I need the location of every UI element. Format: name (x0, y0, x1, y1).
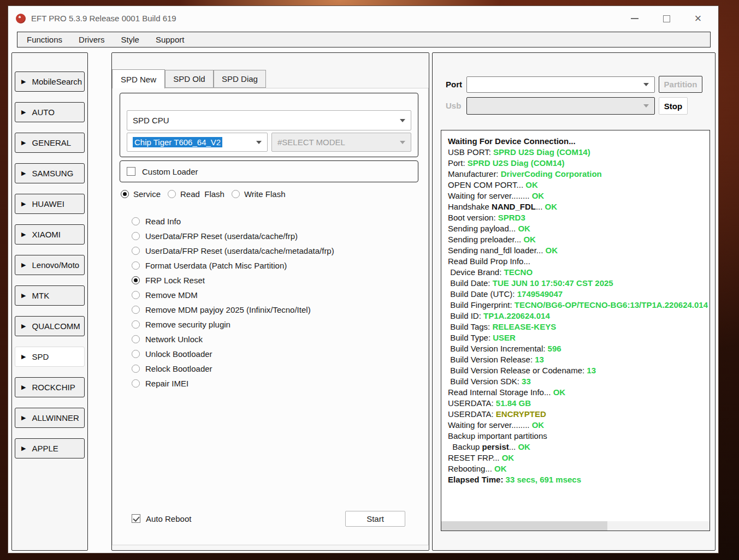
close-button[interactable]: × (692, 13, 704, 25)
play-icon: ▶ (21, 292, 26, 299)
play-icon: ▶ (21, 261, 26, 269)
port-select[interactable] (466, 76, 655, 93)
radio-read-flash[interactable]: Read Flash (168, 189, 224, 199)
menu-item-drivers[interactable]: Drivers (79, 35, 105, 44)
menu-item-support[interactable]: Support (156, 35, 185, 44)
spd-cpu-select[interactable]: SPD CPU (127, 110, 411, 130)
partition-button[interactable]: Partition (659, 76, 702, 93)
log-output: Waiting For Device Connection...USB PORT… (441, 130, 710, 531)
option-label: Format Userdata (Patch Misc Partition) (145, 261, 287, 270)
option-remove-mdm[interactable]: Remove MDM (132, 289, 334, 300)
play-icon: ▶ (21, 200, 26, 207)
menu-item-style[interactable]: Style (121, 35, 139, 44)
option-remove-security-plugin[interactable]: Remove security plugin (132, 319, 334, 330)
sidebar-item-samsung[interactable]: ▶SAMSUNG (15, 163, 85, 183)
option-repair-imei[interactable]: Repair IMEI (132, 378, 334, 389)
stop-button[interactable]: Stop (659, 97, 688, 115)
log-line: Build Tags: RELEASE-KEYS (448, 321, 708, 332)
log-text: Waiting For Device Connection...USB PORT… (448, 136, 708, 485)
chip-select[interactable]: Chip Tiger T606_64_V2 (127, 133, 268, 152)
log-line: Build Type: USER (448, 332, 708, 343)
sidebar-item-xiaomi[interactable]: ▶XIAOMI (15, 224, 85, 245)
radio-icon (132, 276, 140, 284)
start-button[interactable]: Start (345, 511, 405, 527)
radio-icon (132, 306, 140, 314)
option-label: FRP Lock Reset (145, 276, 205, 285)
menu-item-functions[interactable]: Functions (27, 35, 62, 44)
scrollbar-thumb[interactable] (441, 521, 607, 531)
radio-icon (168, 190, 176, 198)
option-label: Remove MDM payjoy 2025 (Infinix/Tecno/It… (145, 305, 311, 314)
option-label: UserData/FRP Reset (userdata/cache/metad… (145, 246, 334, 255)
usb-select[interactable] (466, 97, 655, 115)
radio-service[interactable]: Service (121, 189, 161, 199)
radio-icon (132, 291, 140, 299)
sidebar-item-apple[interactable]: ▶APPLE (15, 438, 85, 458)
auto-reboot-checkbox[interactable]: Auto Reboot (132, 513, 191, 524)
option-remove-mdm-payjoy-2025-infinix-tecno-itel[interactable]: Remove MDM payjoy 2025 (Infinix/Tecno/It… (132, 304, 334, 315)
radio-icon (121, 190, 129, 198)
radio-write-flash[interactable]: Write Flash (232, 189, 286, 199)
sidebar-item-label: MobileSearch (32, 77, 82, 86)
maximize-button[interactable] (660, 13, 672, 25)
log-line: Build Version SDK: 33 (448, 376, 708, 387)
play-icon: ▶ (21, 353, 26, 360)
option-frp-lock-reset[interactable]: FRP Lock Reset (132, 275, 334, 285)
tab-spd-diag[interactable]: SPD Diag (214, 70, 266, 88)
log-line: USB PORT: SPRD U2S Diag (COM14) (448, 147, 708, 158)
tab-spd-old[interactable]: SPD Old (165, 70, 214, 88)
sidebar-item-mtk[interactable]: ▶MTK (15, 285, 85, 306)
option-relock-bootloader[interactable]: Relock Bootloader (132, 363, 334, 374)
option-label: Read Info (145, 217, 181, 226)
log-line: Build Date (UTC): 1749549047 (448, 289, 708, 300)
sidebar-item-auto[interactable]: ▶AUTO (15, 102, 85, 122)
play-icon: ▶ (21, 139, 26, 146)
sidebar-item-qualcomm[interactable]: ▶QUALCOMM (15, 316, 85, 336)
center-panel: SPD NewSPD OldSPD Diag SPD CPU Chip Tige… (111, 52, 429, 551)
tab-spd-new[interactable]: SPD New (112, 69, 165, 88)
option-unlock-bootloader[interactable]: Unlock Bootloader (132, 348, 334, 359)
log-line: Waiting for server........ OK (448, 190, 708, 201)
sidebar-item-rockchip[interactable]: ▶ROCKCHIP (15, 377, 85, 397)
sidebar-item-allwinner[interactable]: ▶ALLWINNER (15, 408, 85, 428)
log-line: Build Date: TUE JUN 10 17:50:47 CST 2025 (448, 278, 708, 289)
log-line: Read Internal Storage Info... OK (448, 387, 708, 398)
radio-label: Service (133, 189, 161, 199)
chevron-down-icon (643, 104, 649, 108)
model-select[interactable]: #SELECT MODEL (271, 133, 411, 152)
sidebar-item-lenovo-moto[interactable]: ▶Lenovo/Moto (15, 255, 85, 275)
port-label: Port (446, 76, 462, 93)
play-icon: ▶ (21, 231, 26, 238)
play-icon: ▶ (21, 414, 26, 421)
chevron-down-icon (256, 141, 262, 144)
checkbox-icon (132, 514, 140, 523)
sidebar-item-label: SPD (32, 352, 49, 361)
checkbox-icon (127, 167, 135, 176)
chevron-down-icon (400, 141, 405, 144)
option-network-unlock[interactable]: Network Unlock (132, 333, 334, 344)
sidebar-item-general[interactable]: ▶GENERAL (15, 133, 85, 153)
play-icon: ▶ (21, 384, 26, 391)
play-icon: ▶ (21, 323, 26, 330)
custom-loader-checkbox[interactable]: Custom Loader (120, 160, 418, 182)
sidebar-item-label: QUALCOMM (32, 321, 80, 331)
option-read-info[interactable]: Read Info (132, 216, 334, 227)
option-userdata-frp-reset-userdata-cache-metadata-frp[interactable]: UserData/FRP Reset (userdata/cache/metad… (132, 245, 334, 256)
radio-icon (132, 335, 140, 343)
sidebar-item-mobilesearch[interactable]: ▶MobileSearch (15, 72, 85, 92)
sidebar-item-label: APPLE (32, 444, 58, 453)
model-select-placeholder: #SELECT MODEL (277, 138, 345, 147)
sidebar-item-huawei[interactable]: ▶HUAWEI (15, 194, 85, 214)
log-horizontal-scrollbar[interactable] (441, 521, 710, 531)
minimize-button[interactable] (629, 13, 641, 25)
sidebar-item-label: ALLWINNER (32, 413, 79, 422)
log-line: Backup persist... OK (448, 442, 708, 452)
option-format-userdata-patch-misc-partition[interactable]: Format Userdata (Patch Misc Partition) (132, 260, 334, 271)
log-line: USERDATA: ENCRYPTED (448, 409, 708, 420)
option-label: Relock Bootloader (145, 364, 212, 373)
log-line: Build Version Incremental: 596 (448, 343, 708, 354)
usb-label: Usb (446, 97, 461, 115)
right-panel: Port Partition Usb Stop Waiting For Devi… (432, 52, 716, 551)
sidebar-item-spd[interactable]: ▶SPD (15, 347, 85, 367)
option-userdata-frp-reset-userdata-cache-frp[interactable]: UserData/FRP Reset (userdata/cache/frp) (132, 230, 334, 241)
